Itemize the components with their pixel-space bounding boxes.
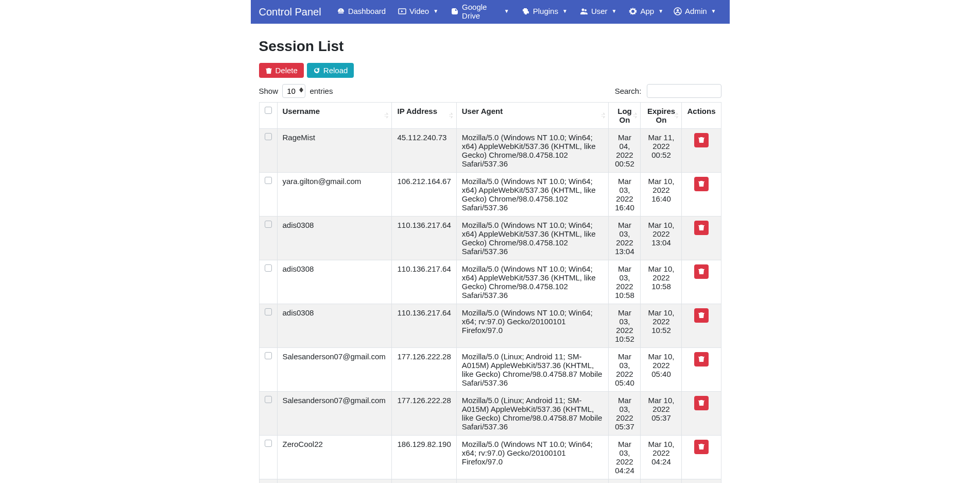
- top-navbar: Control Panel DashboardVideo▼Google Driv…: [251, 0, 730, 24]
- cell-logon: Mar 04, 2022 00:52: [609, 129, 641, 173]
- cell-username: akky56: [277, 479, 392, 484]
- svg-point-1: [581, 8, 584, 11]
- checkbox-icon[interactable]: [265, 308, 272, 315]
- cell-checkbox[interactable]: [259, 173, 277, 216]
- delete-button[interactable]: Delete: [259, 63, 304, 78]
- trash-icon: [698, 224, 705, 232]
- cell-expires: Mar 09, 2022 19:04: [641, 479, 682, 484]
- length-select[interactable]: 10: [282, 84, 305, 98]
- cell-ua: Mozilla/5.0 (Windows NT 10.0; Win64; x64…: [456, 129, 609, 173]
- main-container: Session List Delete Reload Show 10 entri…: [251, 24, 730, 483]
- row-delete-button[interactable]: [694, 177, 709, 191]
- trash-icon: [698, 399, 705, 408]
- checkbox-icon[interactable]: [265, 440, 272, 447]
- cell-username: RageMist: [277, 129, 392, 173]
- nav-item-dashboard[interactable]: Dashboard: [332, 0, 391, 27]
- cell-expires: Mar 11, 2022 00:52: [641, 129, 682, 173]
- cell-ua: Mozilla/5.0 (Windows NT 10.0; Win64; x64…: [456, 479, 609, 484]
- checkbox-icon[interactable]: [265, 352, 272, 359]
- trash-icon: [698, 311, 705, 320]
- col-header-checkbox[interactable]: [259, 103, 277, 129]
- cell-checkbox[interactable]: [259, 216, 277, 260]
- cell-ip: 110.136.217.64: [392, 260, 456, 304]
- nav-item-app[interactable]: App▼: [624, 0, 668, 27]
- cell-ip: 110.136.217.64: [392, 304, 456, 348]
- row-delete-button[interactable]: [694, 308, 709, 323]
- search-input[interactable]: [647, 84, 721, 98]
- row-delete-button[interactable]: [694, 264, 709, 279]
- plugin-icon: [522, 7, 530, 15]
- chevron-down-icon: ▼: [433, 8, 438, 14]
- checkbox-icon[interactable]: [265, 133, 272, 140]
- col-header-username[interactable]: Username: [277, 103, 392, 129]
- nav-admin-label: Admin: [685, 7, 707, 15]
- checkbox-icon[interactable]: [265, 264, 272, 272]
- nav-item-user[interactable]: User▼: [575, 0, 622, 27]
- cell-checkbox[interactable]: [259, 304, 277, 348]
- cell-checkbox[interactable]: [259, 260, 277, 304]
- cell-actions: [682, 436, 721, 479]
- nav-item-label: Video: [409, 7, 429, 15]
- nav-item-google-drive[interactable]: Google Drive▼: [445, 0, 514, 27]
- checkbox-icon[interactable]: [265, 107, 272, 114]
- cell-ua: Mozilla/5.0 (Linux; Android 11; SM-A015M…: [456, 348, 609, 392]
- table-row: akky56116.74.13.99Mozilla/5.0 (Windows N…: [259, 479, 721, 484]
- cell-username: yara.gilton@gmail.com: [277, 173, 392, 216]
- col-header-expires[interactable]: Expires On: [641, 103, 682, 129]
- chevron-down-icon: ▼: [612, 8, 617, 14]
- nav-item-plugins[interactable]: Plugins▼: [517, 0, 573, 27]
- cell-actions: [682, 173, 721, 216]
- action-toolbar: Delete Reload: [259, 63, 721, 78]
- cell-expires: Mar 10, 2022 05:40: [641, 348, 682, 392]
- cell-actions: [682, 392, 721, 436]
- cell-username: adis0308: [277, 260, 392, 304]
- col-header-ip[interactable]: IP Address: [392, 103, 456, 129]
- cell-checkbox[interactable]: [259, 392, 277, 436]
- table-row: ZeroCool22186.129.82.190Mozilla/5.0 (Win…: [259, 436, 721, 479]
- table-row: Salesanderson07@gmail.com177.126.222.28M…: [259, 392, 721, 436]
- row-delete-button[interactable]: [694, 352, 709, 367]
- cell-checkbox[interactable]: [259, 348, 277, 392]
- datatable-controls: Show 10 entries Search:: [259, 84, 721, 98]
- reload-button[interactable]: Reload: [307, 63, 354, 78]
- cell-checkbox[interactable]: [259, 129, 277, 173]
- cell-expires: Mar 10, 2022 10:52: [641, 304, 682, 348]
- cell-actions: [682, 129, 721, 173]
- nav-item-label: App: [640, 7, 654, 15]
- user-circle-icon: [674, 7, 682, 15]
- cell-checkbox[interactable]: [259, 436, 277, 479]
- cell-ip: 116.74.13.99: [392, 479, 456, 484]
- cell-expires: Mar 10, 2022 16:40: [641, 173, 682, 216]
- row-delete-button[interactable]: [694, 396, 709, 410]
- nav-admin-dropdown[interactable]: Admin ▼: [668, 2, 721, 22]
- cell-actions: [682, 260, 721, 304]
- trash-icon: [698, 443, 705, 452]
- cell-expires: Mar 10, 2022 04:24: [641, 436, 682, 479]
- dashboard-icon: [337, 7, 345, 15]
- col-header-ua[interactable]: User Agent: [456, 103, 609, 129]
- row-delete-button[interactable]: [694, 221, 709, 235]
- checkbox-icon[interactable]: [265, 396, 272, 403]
- nav-item-video[interactable]: Video▼: [393, 0, 443, 27]
- table-row: adis0308110.136.217.64Mozilla/5.0 (Windo…: [259, 216, 721, 260]
- reload-icon: [313, 67, 320, 74]
- trash-icon: [698, 268, 705, 276]
- table-row: Salesanderson07@gmail.com177.126.222.28M…: [259, 348, 721, 392]
- nav-item-label: Plugins: [533, 7, 558, 15]
- sessions-table: Username IP Address User Agent Log On Ex…: [259, 102, 721, 483]
- cell-logon: Mar 03, 2022 16:40: [609, 173, 641, 216]
- length-control: Show 10 entries: [259, 84, 333, 98]
- gear-icon: [629, 7, 637, 15]
- col-header-logon[interactable]: Log On: [609, 103, 641, 129]
- cell-expires: Mar 10, 2022 13:04: [641, 216, 682, 260]
- nav-item-label: Dashboard: [348, 7, 386, 15]
- cell-ip: 45.112.240.73: [392, 129, 456, 173]
- table-row: adis0308110.136.217.64Mozilla/5.0 (Windo…: [259, 304, 721, 348]
- row-delete-button[interactable]: [694, 133, 709, 147]
- checkbox-icon[interactable]: [265, 221, 272, 228]
- search-control: Search:: [615, 84, 721, 98]
- cell-checkbox[interactable]: [259, 479, 277, 484]
- row-delete-button[interactable]: [694, 440, 709, 454]
- nav-list: DashboardVideo▼Google Drive▼Plugins▼User…: [332, 0, 668, 27]
- checkbox-icon[interactable]: [265, 177, 272, 184]
